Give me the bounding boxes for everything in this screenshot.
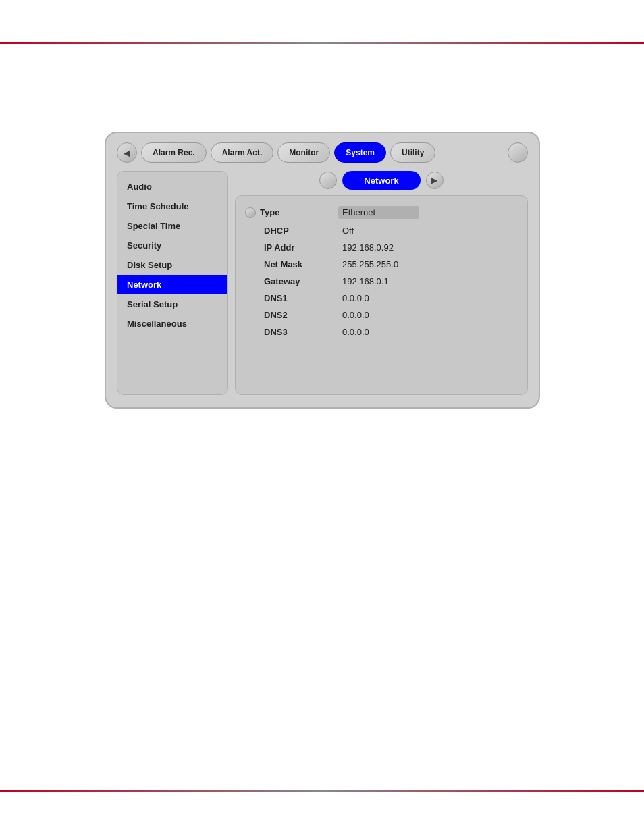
detail-row-gateway: Gateway 192.168.0.1: [245, 273, 518, 290]
nav-alarm-act-button[interactable]: Alarm Act.: [211, 142, 274, 163]
detail-row-dns3: DNS3 0.0.0.0: [245, 323, 518, 340]
back-arrow-button[interactable]: ◀: [117, 142, 137, 163]
detail-row-net-mask: Net Mask 255.255.255.0: [245, 256, 518, 273]
sidebar-item-serial-setup[interactable]: Serial Setup: [117, 294, 227, 314]
detail-row-ip-addr: IP Addr 192.168.0.92: [245, 239, 518, 256]
sub-nav-right-circle[interactable]: ▶: [426, 172, 444, 189]
dhcp-label: DHCP: [264, 226, 338, 236]
nav-monitor-button[interactable]: Monitor: [277, 142, 330, 163]
detail-row-type: Type Ethernet: [245, 203, 518, 222]
net-mask-label: Net Mask: [264, 259, 338, 269]
nav-alarm-rec-button[interactable]: Alarm Rec.: [141, 142, 207, 163]
dns1-label: DNS1: [264, 293, 338, 303]
nav-system-button[interactable]: System: [334, 142, 386, 163]
gateway-label: Gateway: [264, 276, 338, 286]
type-indicator[interactable]: [245, 207, 256, 218]
detail-row-dns1: DNS1 0.0.0.0: [245, 290, 518, 307]
sub-nav-network-button[interactable]: Network: [342, 171, 420, 190]
main-container: ◀ Alarm Rec. Alarm Act. Monitor System U…: [105, 132, 540, 409]
sidebar-item-security[interactable]: Security: [117, 236, 227, 255]
type-value: Ethernet: [338, 206, 419, 219]
detail-row-dns2: DNS2 0.0.0.0: [245, 307, 518, 323]
sub-nav-left-circle[interactable]: [319, 172, 337, 189]
dns2-label: DNS2: [264, 310, 338, 320]
dns3-value: 0.0.0.0: [342, 327, 369, 337]
sidebar-item-miscellaneous[interactable]: Miscellaneous: [117, 314, 227, 334]
bottom-decorative-line: [0, 790, 644, 792]
dns3-label: DNS3: [264, 327, 338, 337]
dns2-value: 0.0.0.0: [342, 310, 369, 320]
dhcp-value: Off: [342, 226, 354, 236]
sidebar-item-network[interactable]: Network: [117, 275, 227, 294]
left-sidebar: Audio Time Schedule Special Time Securit…: [117, 171, 228, 395]
nav-utility-button[interactable]: Utility: [390, 142, 435, 163]
top-decorative-line: [0, 42, 644, 44]
nav-right-circle: [508, 142, 528, 163]
sidebar-item-audio[interactable]: Audio: [117, 177, 227, 197]
right-panel: Network ▶ Type Ethernet DHCP Off: [235, 171, 528, 395]
type-label: Type: [260, 207, 334, 217]
sidebar-item-time-schedule[interactable]: Time Schedule: [117, 197, 227, 216]
top-nav: ◀ Alarm Rec. Alarm Act. Monitor System U…: [117, 142, 528, 163]
sidebar-item-disk-setup[interactable]: Disk Setup: [117, 255, 227, 275]
sub-nav-row: Network ▶: [235, 171, 528, 190]
sidebar-item-special-time[interactable]: Special Time: [117, 216, 227, 236]
dns1-value: 0.0.0.0: [342, 293, 369, 303]
content-area: Audio Time Schedule Special Time Securit…: [117, 171, 528, 395]
detail-panel: Type Ethernet DHCP Off IP Addr 192.168.0…: [235, 195, 528, 395]
ip-addr-value: 192.168.0.92: [342, 242, 394, 253]
net-mask-value: 255.255.255.0: [342, 259, 398, 269]
detail-row-dhcp: DHCP Off: [245, 222, 518, 239]
gateway-value: 192.168.0.1: [342, 276, 389, 286]
ip-addr-label: IP Addr: [264, 242, 338, 253]
